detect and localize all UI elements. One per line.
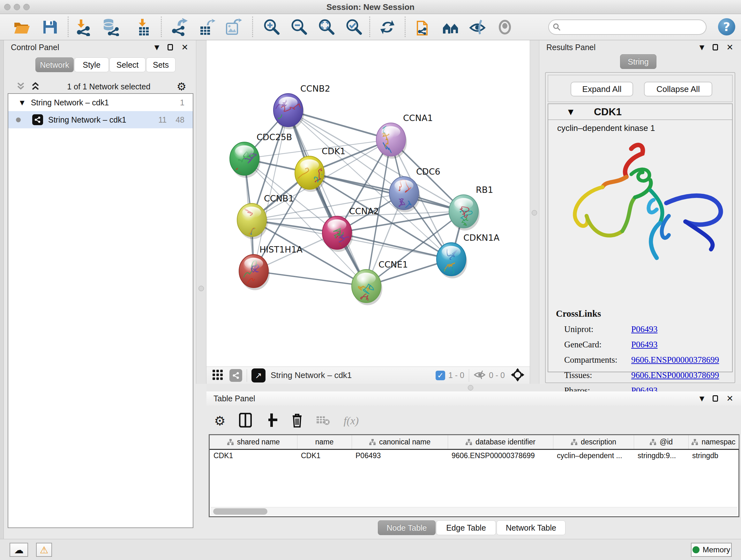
tab-node-table[interactable]: Node Table [378, 520, 435, 535]
network-edge[interactable] [337, 233, 451, 259]
table-cell[interactable]: stringdb [688, 449, 738, 462]
scrollbar-thumb[interactable] [213, 508, 267, 515]
node-entry-header[interactable]: ▼ CDK1 [548, 104, 732, 120]
splitter-left[interactable] [196, 40, 206, 384]
birdseye-icon[interactable] [511, 368, 525, 383]
splitter-handle[interactable] [199, 286, 204, 291]
table-settings-icon[interactable]: ⚙ [214, 414, 226, 428]
collapse-all-icon[interactable] [15, 82, 26, 91]
tab-edge-table[interactable]: Edge Table [436, 520, 496, 535]
network-collection-row[interactable]: ▼ String Network – cdk1 1 [8, 94, 193, 111]
delete-column-icon[interactable] [291, 413, 303, 429]
column-header-database-identifier[interactable]: database identifier [448, 435, 553, 449]
splitter-handle[interactable] [532, 210, 537, 215]
network-canvas-svg[interactable]: CCNB2CCNA1CDC25BCDK1CDC6RB1CCNB1CCNA2CDK… [206, 40, 530, 367]
panel-float-icon[interactable] [167, 44, 173, 51]
network-node-CCNB2[interactable] [273, 94, 307, 137]
panel-close-icon[interactable]: ✕ [726, 43, 733, 52]
network-node-HIST1H1A[interactable] [235, 254, 270, 293]
selected-checkbox[interactable]: ✓ [435, 371, 445, 380]
import-table-icon[interactable] [134, 18, 152, 36]
hidden-eye-icon[interactable] [474, 370, 486, 381]
zoom-selected-icon[interactable] [345, 18, 363, 36]
search-input[interactable] [561, 23, 695, 32]
import-network-icon[interactable] [75, 18, 93, 36]
table-cell[interactable]: CDK1 [210, 449, 297, 462]
panel-collapse-icon[interactable]: ▼ [699, 44, 704, 51]
column-header-description[interactable]: description [553, 435, 634, 449]
entry-collapse-icon[interactable]: ▼ [568, 108, 574, 116]
window-zoom-light[interactable] [23, 4, 30, 10]
window-minimize-light[interactable] [14, 4, 20, 10]
crosslink-link[interactable]: 9606.ENSP00000378699 [631, 355, 719, 365]
panel-collapse-icon[interactable]: ▼ [154, 44, 159, 51]
import-database-icon[interactable] [102, 18, 120, 36]
grid-view-icon[interactable] [212, 369, 223, 381]
tab-network-table[interactable]: Network Table [496, 520, 565, 535]
export-table-icon[interactable] [199, 18, 216, 36]
zoom-fit-icon[interactable] [318, 18, 336, 36]
panel-close-icon[interactable]: ✕ [726, 394, 733, 403]
network-node-CCNE1[interactable] [352, 269, 382, 312]
network-row[interactable]: String Network – cdk1 11 48 [8, 111, 193, 128]
network-node-CCNA1[interactable] [376, 123, 407, 159]
tab-network[interactable]: Network [36, 57, 74, 72]
network-edge[interactable] [288, 110, 366, 286]
network-share-icon[interactable] [229, 369, 242, 382]
open-in-window-icon[interactable]: ↗ [252, 368, 266, 382]
add-column-icon[interactable] [265, 413, 278, 429]
expand-all-icon[interactable] [30, 82, 41, 91]
search-field[interactable] [548, 19, 706, 35]
table-cell[interactable]: 9606.ENSP00000378699 [448, 449, 553, 462]
network-node-RB1[interactable] [449, 195, 480, 231]
table-h-scrollbar[interactable] [211, 507, 738, 515]
help-button[interactable]: ? [718, 18, 735, 36]
hide-edges-icon[interactable] [468, 18, 486, 36]
preview-eye-icon[interactable] [496, 18, 514, 36]
network-node-CDKN1A[interactable] [436, 243, 467, 278]
zoom-in-icon[interactable] [263, 18, 281, 36]
tree-expand-icon[interactable]: ▼ [20, 99, 24, 106]
window-close-light[interactable] [4, 4, 10, 10]
gear-icon[interactable]: ⚙ [177, 80, 186, 93]
network-node-CDC25B[interactable] [230, 142, 260, 180]
warning-button[interactable]: ⚠ [36, 543, 52, 557]
column-header-shared-name[interactable]: shared name [210, 435, 297, 449]
zoom-out-icon[interactable] [290, 18, 308, 36]
table-cell[interactable]: P06493 [352, 449, 448, 462]
houses-icon[interactable] [442, 18, 460, 36]
network-node-CDK1[interactable] [295, 156, 328, 192]
network-edge[interactable] [254, 271, 366, 286]
crosslink-link[interactable]: P06493 [631, 324, 658, 334]
export-network-icon[interactable] [171, 18, 189, 36]
panel-collapse-icon[interactable]: ▼ [699, 395, 704, 402]
panel-close-icon[interactable]: ✕ [181, 43, 188, 52]
table-row[interactable]: CDK1CDK1P064939606.ENSP00000378699cyclin… [210, 449, 738, 462]
show-columns-icon[interactable] [239, 413, 252, 429]
tab-select[interactable]: Select [110, 57, 145, 72]
memory-button[interactable]: Memory [691, 543, 732, 557]
table-cell[interactable]: stringdb:9... [634, 449, 688, 462]
save-session-icon[interactable] [41, 18, 59, 36]
tab-string[interactable]: String [620, 54, 657, 69]
expand-all-button[interactable]: Expand All [570, 82, 633, 97]
table-cell[interactable]: CDK1 [297, 449, 352, 462]
open-session-icon[interactable] [13, 18, 30, 36]
crosslink-link[interactable]: 9606.ENSP00000378699 [631, 370, 719, 380]
clear-table-icon[interactable] [316, 415, 330, 427]
column-header-@id[interactable]: @id [634, 435, 688, 449]
tab-sets[interactable]: Sets [146, 57, 176, 72]
tab-style[interactable]: Style [74, 57, 109, 72]
cloud-button[interactable]: ☁ [10, 543, 28, 557]
table-header-row[interactable]: shared namenamecanonical namedatabase id… [210, 435, 738, 449]
table-cell[interactable]: cyclin–dependent ... [553, 449, 634, 462]
network-canvas[interactable]: CCNB2CCNA1CDC25BCDK1CDC6RB1CCNB1CCNA2CDK… [206, 40, 530, 367]
network-from-document-icon[interactable] [414, 18, 432, 36]
column-header-canonical-name[interactable]: canonical name [352, 435, 448, 449]
column-header-namespac[interactable]: namespac [688, 435, 738, 449]
refresh-icon[interactable] [379, 18, 396, 36]
network-node-CCNA2[interactable] [322, 216, 353, 252]
function-builder-icon[interactable]: f(x) [344, 415, 359, 427]
splitter-handle[interactable] [468, 385, 473, 390]
crosslink-link[interactable]: P06493 [631, 340, 658, 350]
